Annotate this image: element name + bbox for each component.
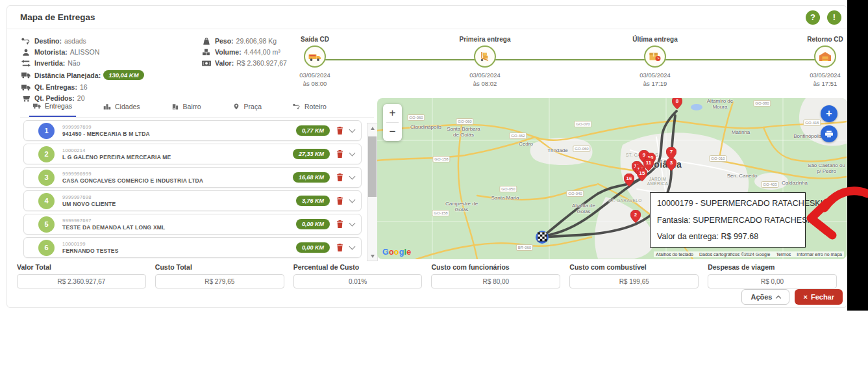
timeline-stop: Última entrega 03/05/2024 às 17:19 (628, 36, 682, 87)
delivery-list: 1 9999997699 941450 - MERCEARIA B M LTDA… (23, 120, 362, 261)
map-infowindow: 10000179 - SUPERMERCADO RATACHESKI Fanta… (650, 192, 806, 248)
trash-icon[interactable] (336, 197, 343, 205)
delivery-name: UM NOVO CLIENTE (62, 201, 296, 207)
map-marker[interactable]: 3 (666, 158, 676, 171)
summary-row: Motorista: ALISSON (21, 48, 202, 56)
list-scrollbar[interactable] (367, 123, 378, 261)
delivery-code: 9999996999 (62, 171, 293, 177)
map-marker-number: 8 (672, 98, 682, 104)
tab-icon (33, 103, 41, 109)
map-marker[interactable]: 15 (637, 168, 647, 181)
summary-value: 130,04 KM (103, 70, 143, 80)
map-marker[interactable]: 2 (630, 210, 641, 223)
tab-entregas[interactable]: Entregas (29, 97, 76, 117)
total-field: Custo Total R$ 279,65 (155, 263, 284, 288)
chevron-down-icon[interactable] (349, 220, 356, 227)
google-logo[interactable]: Google (382, 248, 411, 257)
summary-value: 16 (80, 83, 88, 91)
delivery-item-text: 9999996999 CASA GONCALVES COMERCIO E IND… (62, 171, 293, 184)
delivery-item-text: 10000214 L G GALENO PEREIRA MERCEARIA ME (62, 147, 293, 160)
map-attribution-item[interactable]: Dados cartográficos ©2024 Google (699, 252, 770, 257)
delivery-item[interactable]: 5 9999997697 TESTE DA DEMANDA LAT LONG X… (23, 214, 362, 235)
summary-icon (21, 71, 31, 79)
map-marker[interactable]: 8 (672, 98, 682, 109)
summary-row: Destino: asdads (21, 37, 202, 45)
map-add-button[interactable]: + (821, 105, 837, 122)
total-field: Valor Total R$ 2.360.927,67 (17, 263, 146, 288)
timeline-stop-icon (474, 45, 496, 68)
close-x-icon: × (803, 293, 807, 301)
summary-value: asdads (64, 37, 86, 45)
trash-icon[interactable] (336, 220, 343, 228)
trash-icon[interactable] (336, 173, 343, 181)
scrollbar-thumb[interactable] (368, 136, 377, 197)
delivery-item-text: 9999997697 TESTE DA DEMANDA LAT LONG XML (62, 218, 296, 231)
google-logo-letter: o (389, 248, 394, 257)
totals-row: Valor Total R$ 2.360.927,67 Custo Total … (7, 263, 847, 288)
map-print-button[interactable] (821, 125, 837, 142)
summary-label: Peso: (215, 37, 234, 45)
delivery-item[interactable]: 2 10000214 L G GALENO PEREIRA MERCEARIA … (23, 144, 362, 164)
map-attribution-item[interactable]: Termos (776, 252, 791, 257)
summary-row: Qt. Entregas: 16 (21, 83, 202, 91)
tab-bar: Entregas Cidades Bairro Praça Roteiro (20, 97, 374, 118)
chevron-down-icon[interactable] (349, 150, 356, 157)
total-field: Percentual de Custo 0.01% (293, 263, 423, 288)
timeline-stop-time: às 17:51 (813, 80, 837, 87)
timeline-stop: Saída CD 03/05/2024 às 08:00 (288, 36, 342, 87)
acoes-button[interactable]: Ações (741, 289, 789, 305)
chevron-up-icon (776, 296, 781, 301)
summary-label: Qt. Entregas: (34, 83, 77, 91)
delivery-name: FERNANDO TESTES (62, 248, 296, 254)
delivery-distance-badge: 0,77 KM (296, 125, 330, 136)
summary-row: Distância Planejada: 130,04 KM (21, 70, 202, 80)
scrollbar-down-arrow[interactable] (367, 251, 377, 261)
page-title: Mapa de Entregas (20, 12, 95, 22)
help-icon[interactable]: ? (806, 10, 820, 25)
tab-roteiro[interactable]: Roteiro (289, 97, 330, 117)
timeline-stop-label: Primeira entrega (460, 36, 511, 43)
trash-icon[interactable] (336, 244, 343, 251)
scrollbar-up-arrow[interactable] (367, 123, 377, 133)
delivery-item[interactable]: 4 9999997698 UM NOVO CLIENTE 3,76 KM (23, 190, 362, 211)
delivery-item[interactable]: 3 9999996999 CASA GONCALVES COMERCIO E I… (23, 167, 362, 188)
timeline-stop-date: 03/05/2024 (299, 71, 330, 79)
map-marker[interactable]: 16 (624, 173, 634, 186)
map-attribution-item[interactable]: Informar erro no mapa (797, 252, 842, 257)
trash-icon[interactable] (336, 150, 343, 158)
tab-bairro[interactable]: Bairro (167, 97, 205, 117)
timeline-stop-icon (304, 45, 326, 68)
delivery-item[interactable]: 6 10000199 FERNANDO TESTES 0,00 KM (23, 237, 362, 258)
tab-praça[interactable]: Praça (229, 97, 266, 117)
timeline-connector (315, 59, 825, 60)
map[interactable]: ClaudinápolisSanta Bárbara de GoiásCedro… (377, 98, 847, 259)
total-label: Custo Total (155, 263, 284, 271)
timeline-stop-icon (814, 45, 836, 68)
total-value-box: R$ 279,65 (155, 274, 284, 288)
zoom-out-button[interactable]: − (383, 123, 402, 141)
timeline-stop-date: 03/05/2024 (639, 71, 671, 79)
tab-cidades[interactable]: Cidades (99, 97, 144, 117)
fechar-button[interactable]: × Fechar (795, 289, 843, 305)
alert-icon[interactable]: ! (827, 10, 841, 25)
timeline-stop-date: 03/05/2024 (810, 71, 841, 79)
map-attribution-item[interactable]: Atalhos do teclado (656, 252, 693, 257)
delivery-seq-badge: 2 (38, 146, 55, 162)
chevron-down-icon[interactable] (349, 173, 356, 180)
delivery-name: 941450 - MERCEARIA B M LTDA (62, 131, 296, 137)
delivery-code: 10000199 (62, 241, 296, 247)
trash-icon[interactable] (336, 127, 343, 134)
summary-value: Não (68, 59, 80, 67)
infowindow-valor: Valor da entrega: R$ 997.68 (657, 232, 799, 241)
zoom-in-button[interactable]: + (383, 104, 402, 122)
chevron-down-icon[interactable] (349, 244, 356, 250)
delivery-code: 9999997698 (62, 194, 296, 200)
chevron-down-icon[interactable] (349, 127, 356, 133)
summary-value: R$ 2.360.927,67 (236, 59, 287, 67)
acoes-label: Ações (750, 293, 772, 301)
delivery-distance-badge: 0,00 KM (296, 242, 330, 253)
depot-flag-marker[interactable] (538, 232, 547, 242)
chevron-down-icon[interactable] (349, 197, 356, 203)
tab-label: Roteiro (304, 103, 327, 110)
delivery-item[interactable]: 1 9999997699 941450 - MERCEARIA B M LTDA… (23, 120, 362, 141)
